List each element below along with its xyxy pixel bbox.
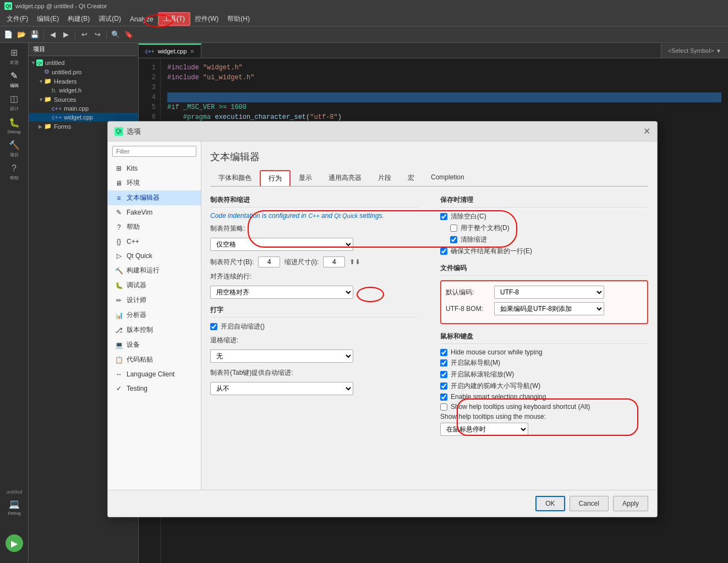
- auto-indent-checkbox[interactable]: [210, 323, 217, 330]
- cpp-icon: {}: [114, 237, 123, 246]
- nav-qt-quick[interactable]: ▷ Qt Quick: [108, 249, 201, 263]
- tab-policy-label: 制表符策略:: [210, 224, 254, 233]
- tree-item-headers[interactable]: ▼ 📁 Headers: [29, 76, 138, 86]
- dialog-tabs: 字体和颜色 行为 显示 通用高亮器 片段 宏 Completion: [210, 170, 648, 187]
- editor-tab-widget-cpp[interactable]: c++ widget.cpp ✕: [139, 43, 201, 58]
- indent-size-input[interactable]: [323, 256, 345, 267]
- sources-arrow: ▼: [39, 97, 44, 102]
- help-mouse-select[interactable]: 在鼠标悬停时: [440, 423, 528, 436]
- sidebar-debug[interactable]: 🐛 Debug: [3, 114, 25, 136]
- tree-item-widget-cpp[interactable]: c++ widget.cpp: [29, 113, 138, 122]
- menu-edit[interactable]: 编辑(E): [32, 13, 63, 25]
- entire-doc-cb[interactable]: [450, 225, 457, 232]
- symbol-selector[interactable]: <Select Symbol> ▼: [661, 43, 728, 58]
- nav-help[interactable]: ? 帮助: [108, 220, 201, 234]
- code-line-2: #include "ui_widget.h": [167, 73, 721, 83]
- hide-cursor-row: Hide mouse cursor while typing: [440, 348, 648, 356]
- menu-tools[interactable]: 工具(T): [158, 12, 190, 26]
- mouse-nav-cb[interactable]: [440, 359, 447, 367]
- tree-item-sources[interactable]: ▼ 📁 Sources: [29, 95, 138, 104]
- help-keyboard-cb[interactable]: [440, 403, 447, 411]
- run-button[interactable]: ▶: [6, 534, 23, 552]
- tab-snippets[interactable]: 片段: [370, 170, 399, 186]
- tb-undo[interactable]: ↩: [78, 29, 90, 41]
- nav-analyzer[interactable]: 📊 分析器: [108, 308, 201, 323]
- tb-save[interactable]: 💾: [29, 29, 41, 41]
- nav-environment[interactable]: 🖥 环境: [108, 176, 201, 190]
- tree-item-main-cpp[interactable]: c++ main.cpp: [29, 104, 138, 113]
- tab-fonts[interactable]: 字体和颜色: [210, 170, 260, 186]
- cpp-link[interactable]: C++: [308, 212, 320, 219]
- menu-build[interactable]: 构建(B): [63, 13, 94, 25]
- sidebar-help[interactable]: ? 帮助: [3, 161, 25, 183]
- tab-close-btn[interactable]: ✕: [190, 48, 194, 54]
- ok-button[interactable]: OK: [535, 496, 565, 511]
- tab-macros[interactable]: 宏: [399, 170, 423, 186]
- ensure-newline-cb[interactable]: [440, 248, 447, 255]
- nav-testing[interactable]: ✓ Testing: [108, 381, 201, 396]
- line-num-2: 2: [139, 73, 156, 83]
- qt-quick-link[interactable]: Qt Quick: [334, 212, 358, 219]
- nav-kits[interactable]: ⊞ Kits: [108, 161, 201, 176]
- smart-selection-cb[interactable]: [440, 393, 447, 401]
- nav-version-control[interactable]: ⎇ 版本控制: [108, 323, 201, 337]
- nav-build-run[interactable]: 🔨 构建和运行: [108, 263, 201, 278]
- menu-widgets[interactable]: 控件(W): [190, 13, 223, 25]
- tree-item-pro[interactable]: ⚙ untitled.pro: [29, 67, 138, 76]
- help-keyboard-label: Show help tooltips using keyboard shortc…: [451, 403, 590, 411]
- backtab-select[interactable]: 无: [210, 349, 353, 363]
- menu-help[interactable]: 帮助(H): [223, 13, 254, 25]
- left-col: 制表符和缩进 Code indentation is configured in…: [210, 195, 418, 436]
- camelcase-cb[interactable]: [440, 382, 447, 390]
- tb-bookmark[interactable]: 🔖: [123, 29, 135, 41]
- tab-auto-indent-select[interactable]: 从不: [210, 382, 353, 395]
- menu-analyze[interactable]: Analyze: [125, 14, 158, 24]
- cancel-button[interactable]: Cancel: [570, 496, 609, 511]
- nav-lang-client[interactable]: ↔ Language Client: [108, 367, 201, 381]
- tb-redo[interactable]: ↪: [91, 29, 103, 41]
- code-paste-icon: 📋: [114, 356, 123, 364]
- clean-indent-cb[interactable]: [450, 236, 457, 243]
- sidebar-edit[interactable]: ✎ 编辑: [3, 68, 25, 90]
- tree-item-widget-h[interactable]: h. widget.h: [29, 86, 138, 95]
- nav-devices[interactable]: 💻 设备: [108, 337, 201, 352]
- menu-file[interactable]: 文件(F): [2, 13, 32, 25]
- tab-display[interactable]: 显示: [291, 170, 320, 186]
- menu-debug[interactable]: 调试(D): [94, 13, 125, 25]
- tb-back[interactable]: ◀: [47, 29, 59, 41]
- nav-debugger[interactable]: 🐛 调试器: [108, 278, 201, 293]
- entire-doc-row: 用于整个文档(D): [440, 223, 648, 233]
- tb-new[interactable]: 📄: [2, 29, 14, 41]
- nav-cpp[interactable]: {} C++: [108, 234, 201, 249]
- dialog-nav: ⊞ Kits 🖥 环境 ≡ 文本编辑器 ✎ FakeVim ? 帮助: [108, 141, 201, 490]
- sidebar-projects[interactable]: 🔨 项目: [3, 138, 25, 160]
- tab-highlighter[interactable]: 通用高亮器: [320, 170, 370, 186]
- nav-fakevim[interactable]: ✎ FakeVim: [108, 205, 201, 220]
- sidebar-design[interactable]: ◫ 设计: [3, 91, 25, 113]
- dialog-close-btn[interactable]: ✕: [643, 126, 650, 136]
- tab-completion[interactable]: Completion: [423, 170, 473, 186]
- nav-code-paste[interactable]: 📋 代码粘贴: [108, 352, 201, 367]
- tb-forward[interactable]: ▶: [60, 29, 72, 41]
- tb-search[interactable]: 🔍: [110, 29, 122, 41]
- nav-designer[interactable]: ✏ 设计师: [108, 293, 201, 308]
- tree-item-untitled[interactable]: ▼ Qt untitled: [29, 58, 138, 67]
- align-select[interactable]: 用空格对齐: [210, 286, 353, 299]
- cpp-file-icon-main: c++: [52, 105, 62, 112]
- mouse-wheel-cb[interactable]: [440, 371, 447, 378]
- clean-whitespace-cb[interactable]: [440, 213, 447, 220]
- sidebar-welcome[interactable]: ⊞ 欢迎: [3, 45, 25, 67]
- apply-button[interactable]: Apply: [613, 496, 648, 511]
- sidebar-bottom-debug[interactable]: 💻 Debug: [3, 496, 25, 518]
- default-encoding-select[interactable]: UTF-8: [494, 286, 604, 299]
- auto-indent-cb-row: 开启自动缩进(): [210, 322, 418, 331]
- filter-input[interactable]: [112, 146, 196, 157]
- tab-size-input[interactable]: [258, 256, 280, 267]
- bom-select[interactable]: 如果编码是UTF-8则添加: [494, 302, 604, 315]
- hide-cursor-cb[interactable]: [440, 349, 447, 356]
- tab-policy-select[interactable]: 仅空格: [210, 238, 353, 251]
- code-line-5: #if _MSC_VER >= 1600: [167, 102, 721, 112]
- tb-open[interactable]: 📂: [15, 29, 28, 41]
- nav-text-editor[interactable]: ≡ 文本编辑器: [108, 190, 201, 205]
- tab-behavior[interactable]: 行为: [260, 170, 291, 186]
